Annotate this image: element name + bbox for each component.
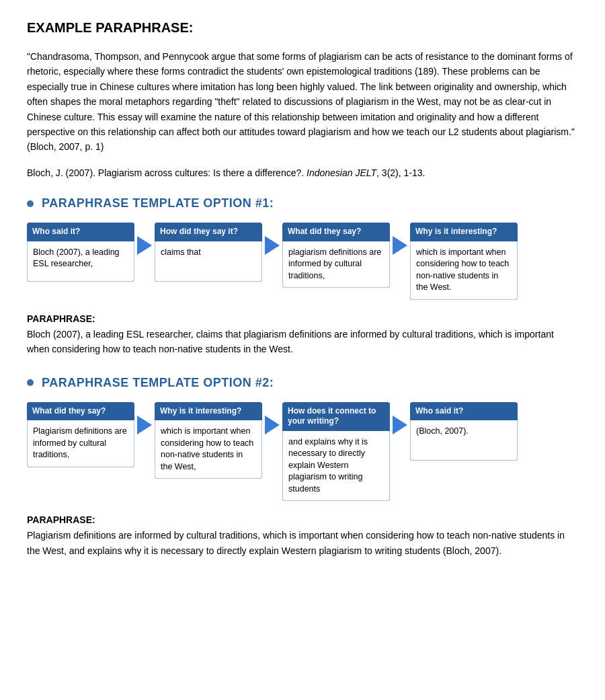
page-title: EXAMPLE PARAPHRASE:: [27, 20, 578, 36]
flow-box-2-2-content: which is important when considering how …: [155, 420, 262, 479]
flow-box-3: What did they say? plagiarism definition…: [282, 223, 390, 288]
bullet-icon: [27, 200, 34, 207]
option1-paraphrase-label: PARAPHRASE:: [27, 313, 578, 324]
arrow-2: [262, 236, 282, 255]
option1-flow: Who said it? Bloch (2007), a leading ESL…: [27, 223, 578, 300]
flow-box-2-3-header: How does it connect to your writing?: [282, 402, 390, 431]
flow-box-2-4-header: Who said it?: [410, 402, 518, 421]
flow-box-4-content: which is important when considering how …: [410, 241, 518, 300]
arrow-2-1: [134, 416, 155, 434]
flow-box-2-4: Who said it? (Bloch, 2007).: [410, 402, 518, 461]
arrow-3: [390, 236, 410, 255]
flow-box-2-1-content: Plagiarism definitions are informed by c…: [27, 420, 134, 467]
option1-title: PARAPHRASE TEMPLATE OPTION #1:: [42, 196, 274, 210]
arrow-1: [134, 236, 155, 255]
option2-header: PARAPHRASE TEMPLATE OPTION #2:: [27, 376, 578, 390]
flow-box-2-2: Why is it interesting? which is importan…: [155, 402, 262, 479]
option1-paraphrase-text: Bloch (2007), a leading ESL researcher, …: [27, 327, 578, 357]
flow-box-2-4-content: (Bloch, 2007).: [410, 420, 518, 461]
option1-paraphrase: PARAPHRASE: Bloch (2007), a leading ESL …: [27, 313, 578, 357]
option2-title: PARAPHRASE TEMPLATE OPTION #2:: [42, 376, 274, 390]
flow-box-1-header: Who said it?: [27, 223, 134, 241]
flow-box-2-3: How does it connect to your writing? and…: [282, 402, 390, 502]
option2-paraphrase-text: Plagiarism definitions are informed by c…: [27, 528, 578, 558]
option2-flow: What did they say? Plagiarism definition…: [27, 402, 578, 502]
quote-text: "Chandrasoma, Thompson, and Pennycook ar…: [27, 49, 578, 155]
flow-box-2-header: How did they say it?: [155, 223, 262, 241]
citation-text: Bloch, J. (2007). Plagiarism across cult…: [27, 165, 578, 180]
arrow-2-2: [262, 416, 282, 434]
citation-journal: Indonesian JELT: [307, 167, 376, 178]
flow-box-2-1: What did they say? Plagiarism definition…: [27, 402, 134, 467]
option2-paraphrase: PARAPHRASE: Plagiarism definitions are i…: [27, 514, 578, 558]
flow-box-2-content: claims that: [155, 241, 262, 282]
flow-box-1-content: Bloch (2007), a leading ESL researcher,: [27, 241, 134, 282]
flow-box-2: How did they say it? claims that: [155, 223, 262, 282]
flow-box-4-header: Why is it interesting?: [410, 223, 518, 241]
option1-header: PARAPHRASE TEMPLATE OPTION #1:: [27, 196, 578, 210]
bullet-icon-2: [27, 379, 34, 386]
flow-box-4: Why is it interesting? which is importan…: [410, 223, 518, 300]
arrow-2-3: [390, 416, 410, 434]
option2-paraphrase-label: PARAPHRASE:: [27, 514, 578, 525]
flow-box-2-3-content: and explains why it is necessary to dire…: [282, 431, 390, 502]
flow-box-2-1-header: What did they say?: [27, 402, 134, 421]
flow-box-1: Who said it? Bloch (2007), a leading ESL…: [27, 223, 134, 282]
flow-box-2-2-header: Why is it interesting?: [155, 402, 262, 421]
flow-box-3-header: What did they say?: [282, 223, 390, 241]
flow-box-3-content: plagiarism definitions are informed by c…: [282, 241, 390, 288]
